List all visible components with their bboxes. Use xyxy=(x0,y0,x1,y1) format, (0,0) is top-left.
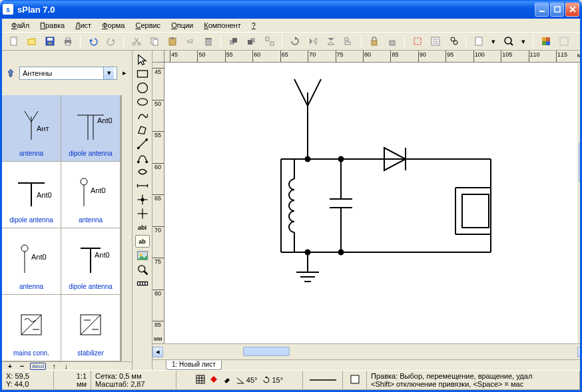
line-tool-icon[interactable] xyxy=(135,137,150,150)
svg-text:Ant0: Ant0 xyxy=(95,251,110,259)
menu-?[interactable]: ? xyxy=(246,20,261,31)
down-arrow-icon[interactable]: ↓ xyxy=(62,362,70,370)
menu-сервис[interactable]: Сервис xyxy=(130,20,166,31)
snap-toggle-icon[interactable] xyxy=(209,375,218,385)
dropdown-icon[interactable]: ▾ xyxy=(489,35,498,48)
measure-tool-icon[interactable] xyxy=(135,277,150,290)
node-tool-icon[interactable] xyxy=(135,193,150,206)
svg-point-119 xyxy=(306,250,310,255)
menu-форма[interactable]: Форма xyxy=(97,20,130,31)
plus-icon[interactable]: + xyxy=(6,362,14,370)
image-tool-icon[interactable] xyxy=(135,249,150,262)
library-item[interactable]: Ant0dipole antenna xyxy=(61,228,121,295)
dimension-tool-icon[interactable] xyxy=(135,179,150,192)
svg-point-60 xyxy=(21,245,28,252)
library-item[interactable]: stabilizer xyxy=(61,295,121,361)
menu-правка[interactable]: Правка xyxy=(35,20,70,31)
align-icon[interactable] xyxy=(341,34,356,49)
scroll-right-icon[interactable]: ▸ xyxy=(577,347,580,357)
find-icon[interactable] xyxy=(445,34,461,49)
ellipse-tool-icon[interactable] xyxy=(135,95,150,108)
abcd-button[interactable]: Abcd xyxy=(30,363,46,370)
minimize-button[interactable] xyxy=(535,3,549,17)
undo-icon[interactable] xyxy=(85,34,101,49)
vertical-scrollbar[interactable] xyxy=(577,63,580,343)
text-tool-icon[interactable]: abI xyxy=(135,221,150,234)
svg-rect-27 xyxy=(345,38,348,41)
library-item-label: stabilizer xyxy=(77,348,103,358)
group-icon[interactable] xyxy=(262,34,277,49)
cut-icon[interactable] xyxy=(129,34,144,49)
page-icon[interactable] xyxy=(471,34,486,49)
rubber-icon[interactable] xyxy=(222,375,232,385)
freeform-tool-icon[interactable] xyxy=(135,109,150,122)
bring-front-icon[interactable] xyxy=(226,34,241,49)
pin-icon[interactable] xyxy=(5,67,17,79)
menu-компонент[interactable]: Компонент xyxy=(198,20,246,31)
canvas[interactable] xyxy=(164,63,577,343)
rotate-step-icon[interactable]: 15° xyxy=(262,375,284,385)
svg-rect-114 xyxy=(462,194,489,228)
library-scrollbar[interactable] xyxy=(121,95,132,361)
mirror-v-icon[interactable] xyxy=(323,34,338,49)
chevron-down-icon[interactable]: ▾ xyxy=(103,67,114,79)
unlock-icon[interactable] xyxy=(384,34,400,49)
list-icon[interactable] xyxy=(428,34,443,49)
circle-tool-icon[interactable] xyxy=(135,81,150,94)
title-bar: s sPlan 7.0 xyxy=(0,0,582,19)
rotate-icon[interactable] xyxy=(287,34,302,49)
maximize-button[interactable] xyxy=(550,3,564,17)
library-item[interactable]: Ant0dipole antenna xyxy=(2,162,61,228)
new-file-icon[interactable] xyxy=(6,34,21,49)
minus-icon[interactable]: − xyxy=(18,362,26,370)
linestyle-icon[interactable] xyxy=(310,376,336,384)
status-ratio-unit: мм xyxy=(58,380,87,388)
library-item[interactable]: mains conn. xyxy=(2,295,61,361)
angle-icon[interactable]: 45° xyxy=(236,375,258,385)
zoom-icon[interactable] xyxy=(501,34,516,49)
svg-rect-28 xyxy=(345,42,350,45)
library-selector[interactable]: Антенны ▾ xyxy=(19,67,117,80)
rect-tool-icon[interactable] xyxy=(135,67,150,80)
library-item-label: antenna xyxy=(79,215,103,225)
pointer-tool-icon[interactable] xyxy=(135,53,150,66)
colors-icon[interactable] xyxy=(538,34,553,49)
horizontal-scrollbar[interactable]: ◂ ▸ xyxy=(152,343,580,359)
library-item[interactable]: Ant0dipole antenna xyxy=(61,95,121,162)
paste-icon[interactable] xyxy=(164,34,180,49)
menu-опции[interactable]: Опции xyxy=(166,20,198,31)
grid-toggle-icon[interactable] xyxy=(196,375,205,385)
copy-icon[interactable] xyxy=(146,34,162,49)
textbox-tool-icon[interactable]: ab xyxy=(135,235,150,248)
dropdown-icon[interactable]: ▾ xyxy=(519,35,528,48)
sheet-tab[interactable]: 1: Новый лист xyxy=(166,361,222,370)
scroll-left-icon[interactable]: ◂ xyxy=(152,347,163,357)
fillcolor-icon[interactable] xyxy=(350,375,360,385)
save-file-icon[interactable] xyxy=(42,34,57,49)
duplicate-icon[interactable]: x2 xyxy=(182,34,198,49)
polygon-tool-icon[interactable] xyxy=(135,123,150,136)
spline-tool-icon[interactable] xyxy=(135,165,150,178)
library-item[interactable]: Ant0antenna xyxy=(61,162,121,228)
library-item[interactable]: Ant0antenna xyxy=(2,228,61,295)
delete-icon[interactable] xyxy=(200,34,216,49)
snap-icon[interactable] xyxy=(410,34,425,49)
library-next-icon[interactable]: ▸ xyxy=(120,67,129,80)
connector-tool-icon[interactable] xyxy=(135,207,150,220)
menu-файл[interactable]: Файл xyxy=(6,20,35,31)
close-button[interactable] xyxy=(565,3,579,17)
open-file-icon[interactable] xyxy=(24,34,39,49)
lock-icon[interactable] xyxy=(366,34,382,49)
toolopt-icon[interactable] xyxy=(556,34,571,49)
magnifier-tool-icon[interactable] xyxy=(135,263,150,276)
print-icon[interactable] xyxy=(60,34,75,49)
menu-лист[interactable]: Лист xyxy=(70,20,97,31)
mirror-h-icon[interactable] xyxy=(305,34,320,49)
library-item[interactable]: Антantenna xyxy=(2,95,61,162)
redo-icon[interactable] xyxy=(103,34,119,49)
up-arrow-icon[interactable]: ↑ xyxy=(50,362,58,370)
library-footer: + − Abcd ↑ ↓ xyxy=(2,361,132,370)
status-scale: Масштаб: 2,87 xyxy=(95,380,172,388)
send-back-icon[interactable] xyxy=(244,34,259,49)
bezier-tool-icon[interactable] xyxy=(135,151,150,164)
